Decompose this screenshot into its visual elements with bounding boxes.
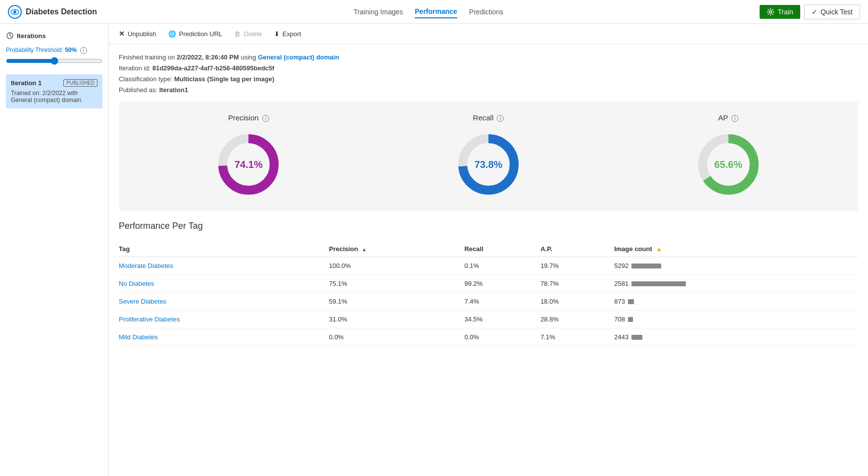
app-title: Diabetes Detection xyxy=(26,7,97,16)
count-bar xyxy=(628,317,633,322)
metric-recall: Recall i 73.8% xyxy=(454,113,523,199)
tag-link[interactable]: Moderate Diabetes xyxy=(119,262,173,269)
table-row: Severe Diabetes59.1%7.4%18.0%873 xyxy=(119,293,858,311)
tag-table-body: Moderate Diabetes100.0%0.1%19.7%5292No D… xyxy=(119,257,858,346)
recall-cell: 0.1% xyxy=(464,257,540,275)
precision-cell: 59.1% xyxy=(329,293,465,311)
recall-donut: 73.8% xyxy=(454,130,523,199)
nav-predictions[interactable]: Predictions xyxy=(469,6,503,18)
precision-donut: 74.1% xyxy=(214,130,283,199)
ap-info-icon[interactable]: i xyxy=(731,115,738,122)
iteration-card[interactable]: Iteration 1 PUBLISHED Trained on: 2/2/20… xyxy=(6,74,102,108)
tag-link[interactable]: Mild Diabetes xyxy=(119,333,158,341)
tag-link[interactable]: Severe Diabetes xyxy=(119,298,166,305)
tag-link[interactable]: No Diabetes xyxy=(119,280,154,287)
count-value: 5292 xyxy=(614,262,628,269)
toolbar: ✕ Unpublish 🌐 Prediction URL 🗑 Delete ⬇ … xyxy=(109,24,868,44)
tag-table-header-row: Tag Precision ▲ Recall A.P. Image count … xyxy=(119,241,858,257)
count-value: 2443 xyxy=(614,333,628,341)
iteration-card-header: Iteration 1 PUBLISHED xyxy=(11,79,97,87)
col-image-count: Image count ▲ xyxy=(614,241,858,257)
recall-cell: 99.2% xyxy=(464,275,540,293)
train-label: Train xyxy=(777,8,793,16)
iteration-description: Trained on: 2/2/2022 with General (compa… xyxy=(11,90,97,104)
delete-button[interactable]: 🗑 Delete xyxy=(234,30,262,38)
header-actions: Train ✓ Quick Test xyxy=(760,4,860,19)
ap-cell: 28.8% xyxy=(540,311,614,328)
sort-icon-precision: ▲ xyxy=(362,247,367,252)
ap-value: 65.6% xyxy=(714,159,742,170)
nav-training-images[interactable]: Training Images xyxy=(353,6,403,18)
export-button[interactable]: ⬇ Export xyxy=(274,30,301,38)
tag-cell[interactable]: Moderate Diabetes xyxy=(119,257,329,275)
unpublish-button[interactable]: ✕ Unpublish xyxy=(119,30,156,38)
tag-cell[interactable]: Proliferative Diabetes xyxy=(119,311,329,328)
count-cell: 708 xyxy=(614,311,858,328)
published-badge: PUBLISHED xyxy=(63,79,97,87)
info-domain: General (compact) domain xyxy=(258,53,339,61)
col-tag: Tag xyxy=(119,241,329,257)
delete-label: Delete xyxy=(243,30,262,38)
slider-container xyxy=(6,57,102,66)
precision-cell: 31.0% xyxy=(329,311,465,328)
bar-container: 2581 xyxy=(614,280,853,287)
info-line4-pre: Published as: xyxy=(119,86,159,94)
quick-test-button[interactable]: ✓ Quick Test xyxy=(804,4,860,19)
count-value: 873 xyxy=(614,298,625,305)
ap-cell: 18.0% xyxy=(540,293,614,311)
probability-slider[interactable] xyxy=(6,57,102,65)
count-cell: 873 xyxy=(614,293,858,311)
probability-label: Probability Threshold: 50% i xyxy=(6,47,102,54)
tag-cell[interactable]: Mild Diabetes xyxy=(119,328,329,346)
tag-link[interactable]: Proliferative Diabetes xyxy=(119,316,180,323)
recall-value: 73.8% xyxy=(475,159,503,170)
prediction-url-button[interactable]: 🌐 Prediction URL xyxy=(168,30,222,38)
info-line3-pre: Classification type: xyxy=(119,75,174,83)
recall-cell: 34.5% xyxy=(464,311,540,328)
count-bar xyxy=(631,335,642,340)
probability-value: 50% xyxy=(65,47,77,53)
count-bar xyxy=(631,281,686,286)
ap-cell: 78.7% xyxy=(540,275,614,293)
metric-ap-label: AP i xyxy=(694,113,763,122)
content: ✕ Unpublish 🌐 Prediction URL 🗑 Delete ⬇ … xyxy=(109,24,868,476)
header: Diabetes Detection Training Images Perfo… xyxy=(0,0,868,24)
iteration-name: Iteration 1 xyxy=(11,79,42,87)
tag-cell[interactable]: Severe Diabetes xyxy=(119,293,329,311)
nav-performance[interactable]: Performance xyxy=(415,5,457,18)
col-precision[interactable]: Precision ▲ xyxy=(329,241,465,257)
precision-cell: 0.0% xyxy=(329,328,465,346)
per-tag-title: Performance Per Tag xyxy=(119,221,858,231)
main-layout: Iterations Probability Threshold: 50% i … xyxy=(0,24,868,476)
info-line1: Finished training on 2/2/2022, 8:26:40 P… xyxy=(119,52,858,63)
count-cell: 5292 xyxy=(614,257,858,275)
count-cell: 2443 xyxy=(614,328,858,346)
precision-info-icon[interactable]: i xyxy=(262,115,269,122)
tag-cell[interactable]: No Diabetes xyxy=(119,275,329,293)
delete-icon: 🗑 xyxy=(234,30,241,38)
metric-ap: AP i 65.6% xyxy=(694,113,763,199)
count-bar xyxy=(628,299,634,304)
col-ap: A.P. xyxy=(540,241,614,257)
sidebar-iterations-title: Iterations xyxy=(6,32,102,40)
bar-container: 5292 xyxy=(614,262,853,269)
info-line4: Published as: Iteration1 xyxy=(119,85,858,96)
info-line3: Classification type: Multiclass (Single … xyxy=(119,74,858,85)
recall-info-icon[interactable]: i xyxy=(497,115,504,122)
header-left: Diabetes Detection xyxy=(8,5,97,19)
table-row: Mild Diabetes0.0%0.0%7.1%2443 xyxy=(119,328,858,346)
export-icon: ⬇ xyxy=(274,30,280,38)
count-value: 2581 xyxy=(614,280,628,287)
info-section: Finished training on 2/2/2022, 8:26:40 P… xyxy=(109,44,868,102)
table-row: No Diabetes75.1%99.2%78.7%2581 xyxy=(119,275,858,293)
checkmark-icon: ✓ xyxy=(812,8,818,16)
export-label: Export xyxy=(283,30,301,38)
train-button[interactable]: Train xyxy=(760,5,800,19)
info-id: 81d299da-a227-4af7-b256-480595bedc5f xyxy=(152,64,274,72)
recall-cell: 0.0% xyxy=(464,328,540,346)
recall-cell: 7.4% xyxy=(464,293,540,311)
count-bar xyxy=(631,264,661,268)
info-line2: Iteration id: 81d299da-a227-4af7-b256-48… xyxy=(119,63,858,74)
info-line1-pre: Finished training on xyxy=(119,53,177,61)
probability-info-icon[interactable]: i xyxy=(80,47,87,54)
